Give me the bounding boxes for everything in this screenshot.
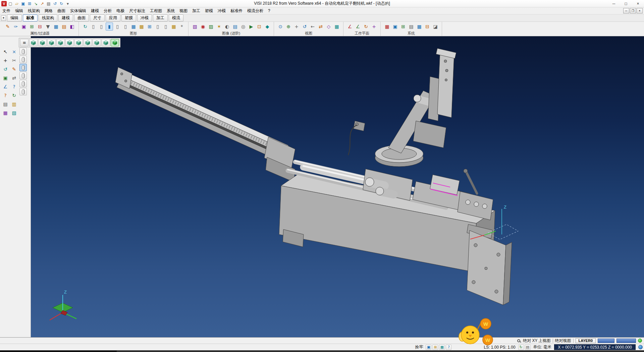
workplane-xy-icon[interactable]: ∠ — [346, 23, 354, 31]
menu-item[interactable]: ? — [266, 8, 273, 13]
layers-icon[interactable]: ▤ — [1, 100, 9, 108]
grid-display-icon[interactable]: ▦ — [170, 23, 177, 31]
display-filter-toggle-6[interactable] — [19, 88, 27, 95]
printer-icon[interactable]: ▤ — [525, 345, 531, 350]
menu-item[interactable]: 尺寸标注 — [127, 8, 148, 14]
menu-item[interactable]: 加工 — [190, 8, 203, 14]
save-file-icon[interactable]: ▣ — [20, 1, 26, 7]
view-menu-button[interactable]: ≡ — [20, 39, 29, 46]
tab[interactable]: 模流 — [169, 14, 183, 21]
view-mode-label[interactable]: 绝对视图 — [555, 338, 571, 344]
menu-item[interactable]: 建模 — [89, 8, 101, 14]
textures-icon[interactable]: ▨ — [207, 23, 215, 31]
info-query-icon[interactable]: ? — [10, 83, 18, 91]
menu-item[interactable]: 工程图 — [148, 8, 164, 14]
redo-icon[interactable]: ↻ — [58, 1, 64, 7]
copy-element-icon[interactable]: ▣ — [1, 74, 9, 82]
move-element-icon[interactable]: ⇄ — [10, 74, 18, 82]
rotate-view-icon[interactable]: ↺ — [301, 23, 308, 31]
display-filter-toggle-2[interactable] — [19, 56, 27, 63]
import-icon[interactable]: ↘ — [33, 1, 39, 7]
camera-icon[interactable]: ◎ — [239, 23, 247, 31]
visi-logo-icon[interactable]: V — [1, 1, 7, 6]
deselect-icon[interactable]: × — [10, 48, 18, 56]
grid-toggle-icon[interactable]: ▦ — [439, 345, 445, 350]
pan-view-icon[interactable]: + — [293, 23, 300, 31]
lock-label[interactable]: 拴牢 — [415, 344, 423, 350]
menu-item[interactable]: 冲模 — [215, 8, 228, 14]
dynamic-rotate-icon[interactable]: ↺ — [1, 65, 9, 73]
tab[interactable]: 塑膜 — [121, 14, 136, 21]
minimize-button[interactable]: ─ — [608, 0, 620, 7]
menu-item[interactable]: 线架构 — [25, 8, 42, 14]
section-display-icon[interactable]: ▯ — [162, 23, 169, 31]
zoom-extents-icon[interactable]: ⊕ — [285, 23, 292, 31]
active-layer-label[interactable]: LAYER0 — [576, 338, 596, 343]
menu-item[interactable]: 编辑 — [13, 8, 25, 14]
refresh-status-icon[interactable]: ↻ — [518, 345, 524, 350]
perspective-view-icon[interactable]: ◇ — [325, 23, 332, 31]
background-icon[interactable]: ▤ — [231, 23, 239, 31]
view-iso-rear-icon[interactable] — [93, 39, 101, 46]
element-table-icon[interactable]: ▦ — [138, 23, 145, 31]
view-front-icon[interactable] — [38, 39, 47, 46]
tab[interactable]: 线架构 — [39, 14, 57, 21]
animation-icon[interactable]: ▶ — [248, 23, 255, 31]
menu-item[interactable]: 塑模 — [203, 8, 215, 14]
menu-item[interactable]: 模流分析 — [245, 8, 266, 14]
attribute-link-icon[interactable]: ⊞ — [28, 23, 36, 31]
session-info-icon[interactable]: ◪ — [432, 23, 439, 31]
copy-attributes-icon[interactable]: ✑ — [12, 23, 19, 31]
tab[interactable]: 冲模 — [137, 14, 152, 21]
tab[interactable]: 应用 — [106, 14, 120, 21]
hidden-line-display-icon[interactable]: ▯ — [98, 23, 105, 31]
open-file-icon[interactable]: ▱ — [14, 1, 20, 7]
palette-icon[interactable]: ▦ — [1, 109, 9, 117]
dynamic-view-icon[interactable]: ⇄ — [317, 23, 324, 31]
display-settings-icon[interactable]: * — [178, 23, 185, 31]
search-icon[interactable] — [517, 339, 520, 342]
materials-icon[interactable]: ◉ — [199, 23, 207, 31]
workplane-view-icon[interactable]: ∠ — [354, 23, 362, 31]
edit-attributes-icon[interactable]: ✎ — [4, 23, 11, 31]
cut-element-icon[interactable]: ✂ — [10, 56, 18, 64]
attribute-unlink-icon[interactable]: ⊟ — [36, 23, 44, 31]
snap-toggle-icon[interactable]: ⊞ — [432, 345, 438, 350]
regenerate-icon[interactable]: ↻ — [10, 91, 18, 99]
transparent-display-icon[interactable]: ▯ — [122, 23, 129, 31]
maximize-button[interactable]: □ — [620, 0, 632, 7]
menu-item[interactable]: 文件 — [0, 8, 13, 14]
grid-settings-icon[interactable]: ▦ — [416, 23, 423, 31]
menu-item[interactable]: 曲面 — [55, 8, 68, 14]
print-icon[interactable]: ▤ — [46, 1, 52, 7]
viewport-3d[interactable]: Z Z — [31, 36, 644, 337]
view-manager-icon[interactable]: ▦ — [333, 23, 340, 31]
advanced-render-icon[interactable]: ◆ — [264, 23, 271, 31]
color-palette-icon[interactable]: ▦ — [383, 23, 391, 31]
view-bottom-icon[interactable] — [74, 39, 83, 46]
export-icon[interactable]: ↗ — [39, 1, 45, 7]
display-filter-toggle-4[interactable] — [19, 72, 27, 79]
tab[interactable]: 建模 — [58, 14, 73, 21]
element-database-icon[interactable]: ▦ — [130, 23, 137, 31]
cylinder-display-icon[interactable]: ▯ — [154, 23, 161, 31]
shadows-icon[interactable]: ◐ — [223, 23, 231, 31]
save-session-icon[interactable]: ▣ — [426, 345, 431, 350]
view-dimetric-icon[interactable] — [102, 39, 110, 46]
display-filter-toggle-3[interactable] — [19, 64, 27, 71]
display-filter-toggle-1[interactable] — [19, 48, 27, 55]
select-icon[interactable]: ↖ — [1, 48, 9, 56]
color-filter-icon[interactable]: ◧ — [68, 23, 76, 31]
edit-geometry-icon[interactable]: ✎ — [10, 65, 18, 73]
pen-color-bar[interactable] — [616, 339, 636, 343]
tab[interactable]: 标准 — [23, 14, 38, 21]
tab[interactable]: 加工 — [153, 14, 168, 21]
tab[interactable]: 尺寸 — [90, 14, 105, 21]
menu-item[interactable]: 标准件 — [228, 8, 245, 14]
mdi-restore-button[interactable]: ❐ — [630, 8, 636, 13]
zoom-window-icon[interactable]: ⊙ — [277, 23, 284, 31]
view-left-icon[interactable] — [65, 39, 74, 46]
tab-overflow-button[interactable]: ▼ — [1, 15, 6, 21]
workplane-manager-icon[interactable]: + — [370, 23, 378, 31]
menu-item[interactable]: 电极 — [114, 8, 127, 14]
